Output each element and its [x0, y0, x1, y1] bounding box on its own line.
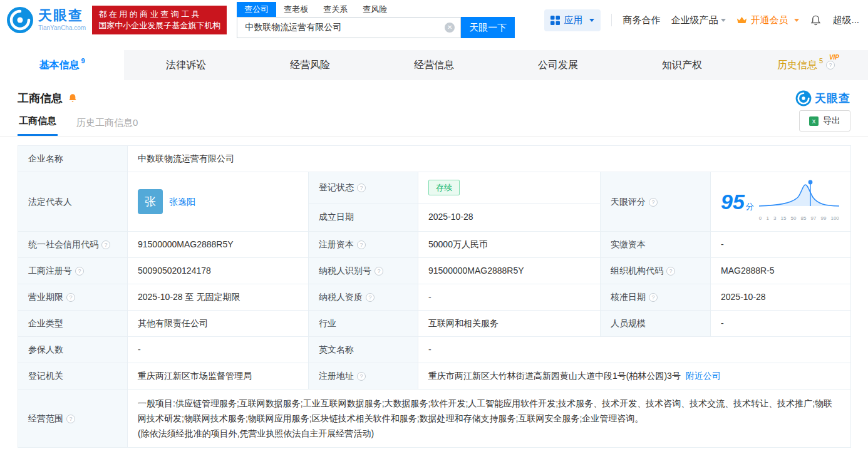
- reg-capital-value: 50000万人民币: [418, 232, 601, 258]
- clear-icon[interactable]: [445, 23, 455, 33]
- reg-authority-value: 重庆两江新区市场监督管理局: [128, 363, 309, 390]
- help-icon[interactable]: [366, 293, 375, 302]
- search-tab-relation[interactable]: 查关系: [316, 2, 355, 17]
- export-button[interactable]: X 导出: [799, 110, 850, 132]
- table-row: 登记机关 重庆两江新区市场监督管理局 注册地址 重庆市两江新区大竹林街道高新园黄…: [18, 363, 851, 390]
- caret-down-icon: [721, 19, 726, 22]
- taxpayer-quality-label: 纳税人资质: [309, 284, 418, 311]
- open-vip-label: 开通会员: [750, 14, 788, 26]
- tab-legal-proceedings[interactable]: 法律诉讼: [124, 50, 248, 80]
- excel-icon: X: [809, 116, 819, 126]
- tab-count: 5: [819, 57, 823, 65]
- slogan-line2: 国家中小企业发展子基金旗下机构: [98, 20, 220, 31]
- help-icon[interactable]: [357, 240, 366, 249]
- staff-size-label: 人员规模: [601, 311, 711, 337]
- watermark-logo: 天眼查: [795, 90, 850, 106]
- subscribe-bell-icon[interactable]: [68, 93, 78, 103]
- slogan-banner: 都在用的商业查询工具 国家中小企业发展子基金旗下机构: [92, 6, 227, 34]
- search-tabs: 查公司 查老板 查关系 查风险: [237, 2, 515, 17]
- search-button[interactable]: 天眼一下: [461, 17, 515, 38]
- tianyancha-logo-icon: [6, 6, 34, 34]
- svg-text:X: X: [812, 118, 815, 125]
- nav-biz-cooperation[interactable]: 商务合作: [623, 14, 660, 26]
- company-type-label: 企业类型: [18, 311, 128, 337]
- apps-label: 应用: [564, 14, 582, 26]
- search-tab-boss[interactable]: 查老板: [276, 2, 316, 17]
- taxpayer-id-label: 纳税人识别号: [309, 258, 418, 284]
- help-icon[interactable]: [357, 183, 366, 192]
- reg-status-value: 存续: [418, 172, 601, 204]
- search-tab-risk[interactable]: 查风险: [355, 2, 395, 17]
- tab-label: 法律诉讼: [166, 59, 206, 72]
- paid-capital-label: 实缴资本: [601, 232, 711, 258]
- tab-history-info[interactable]: VIP 历史信息 5: [744, 50, 868, 80]
- tab-operating-risk[interactable]: 经营风险: [248, 50, 372, 80]
- search-row: 天眼一下: [237, 17, 515, 38]
- legal-rep-label: 法定代表人: [18, 172, 128, 232]
- tab-company-development[interactable]: 公司发展: [496, 50, 620, 80]
- business-scope-label: 经营范围: [18, 390, 128, 448]
- nav-super-vip[interactable]: 超级...: [832, 14, 859, 26]
- nav-enterprise-products[interactable]: 企业级产品: [671, 14, 726, 26]
- crown-icon: [736, 16, 747, 24]
- tab-count: 9: [81, 57, 85, 65]
- help-icon[interactable]: [375, 267, 383, 276]
- help-icon[interactable]: [66, 415, 75, 423]
- establish-date-label: 成立日期: [309, 203, 418, 231]
- english-name-label: 英文名称: [309, 337, 418, 363]
- table-row: 参保人数 - 英文名称 -: [18, 337, 851, 363]
- search-input[interactable]: [237, 17, 461, 38]
- tab-operating-info[interactable]: 经营信息: [372, 50, 496, 80]
- reg-address-label: 注册地址: [309, 363, 418, 390]
- slogan-line1: 都在用的商业查询工具: [98, 9, 220, 20]
- apps-button[interactable]: 应用: [544, 9, 601, 31]
- score-label: 天眼评分: [601, 172, 711, 232]
- brand-domain: TianYanCha.com: [38, 24, 86, 31]
- vertical-divider: [611, 14, 612, 26]
- legal-rep-link[interactable]: 张逸阳: [169, 195, 195, 209]
- org-code-value: MAG2888R-5: [711, 258, 851, 284]
- tianyancha-logo[interactable]: 天眼查 TianYanCha.com: [6, 6, 86, 34]
- help-icon[interactable]: [649, 198, 658, 207]
- tianyancha-logo-icon: [795, 90, 812, 106]
- tab-intellectual-property[interactable]: 知识产权: [620, 50, 744, 80]
- tab-label: 历史信息: [777, 59, 817, 72]
- help-icon[interactable]: [66, 293, 75, 302]
- subtab-history-business-info[interactable]: 历史工商信息0: [75, 110, 139, 136]
- legal-rep-value: 张 张逸阳: [128, 172, 309, 232]
- help-icon[interactable]: [75, 267, 84, 276]
- nearby-companies-link[interactable]: 附近公司: [686, 371, 721, 381]
- table-row: 经营范围 一般项目:供应链管理服务;互联网数据服务;工业互联网数据服务;大数据服…: [18, 390, 851, 448]
- table-row: 企业名称 中数联物流运营有限公司: [18, 146, 851, 172]
- help-icon[interactable]: [649, 293, 658, 302]
- top-header: 天眼查 TianYanCha.com 都在用的商业查询工具 国家中小企业发展子基…: [0, 0, 868, 40]
- tab-basic-info[interactable]: 基本信息 9: [0, 50, 124, 80]
- english-name-value: -: [418, 337, 851, 363]
- table-row: 统一社会信用代码 91500000MAG2888R5Y 注册资本 50000万人…: [18, 232, 851, 258]
- score-axis: 013 155085 9799100: [759, 212, 839, 225]
- apps-grid-icon: [550, 16, 560, 25]
- nav-open-vip[interactable]: 开通会员: [736, 14, 799, 26]
- insured-value: -: [128, 337, 309, 363]
- business-term-label: 营业期限: [18, 284, 128, 311]
- table-row: 企业类型 其他有限责任公司 行业 互联网和相关服务 人员规模 -: [18, 311, 851, 337]
- subtab-business-info[interactable]: 工商信息: [18, 108, 58, 136]
- paid-capital-value: -: [711, 232, 851, 258]
- score-value: 95 分 013 155085 9799100: [711, 172, 851, 232]
- legal-rep-avatar[interactable]: 张: [138, 189, 163, 214]
- status-badge: 存续: [428, 180, 460, 195]
- insured-label: 参保人数: [18, 337, 128, 363]
- search-tab-company[interactable]: 查公司: [237, 2, 276, 17]
- help-icon[interactable]: [826, 61, 835, 70]
- company-name-value: 中数联物流运营有限公司: [128, 146, 851, 172]
- notification-bell-icon[interactable]: [810, 14, 822, 26]
- help-icon[interactable]: [666, 267, 675, 276]
- business-info-table: 企业名称 中数联物流运营有限公司 法定代表人 张 张逸阳 登记状态 存续 天眼评…: [18, 145, 851, 448]
- taxpayer-quality-value: -: [418, 284, 601, 311]
- help-icon[interactable]: [357, 372, 366, 381]
- staff-size-value: -: [711, 311, 851, 337]
- help-icon[interactable]: [101, 240, 110, 249]
- company-name-label: 企业名称: [18, 146, 128, 172]
- tab-label: 经营风险: [290, 59, 330, 72]
- enterprise-products-label: 企业级产品: [671, 14, 718, 26]
